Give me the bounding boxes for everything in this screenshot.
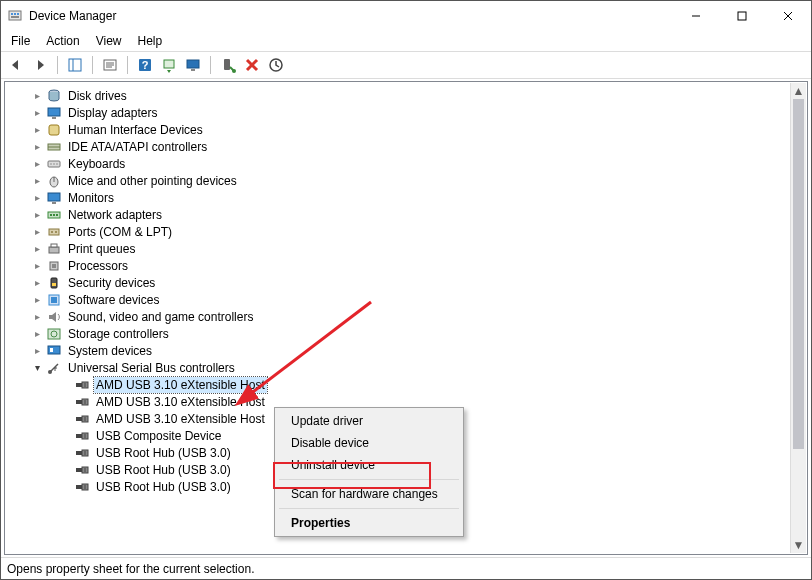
svg-rect-84 [82, 484, 88, 490]
tree-category-sound-video-and-game-controllers[interactable]: ▸Sound, video and game controllers [6, 308, 790, 325]
svg-rect-27 [52, 117, 56, 119]
expander-closed-icon[interactable]: ▸ [30, 191, 44, 205]
menu-action[interactable]: Action [38, 32, 87, 50]
expander-closed-icon[interactable]: ▸ [30, 106, 44, 120]
toolbar-separator [127, 56, 128, 74]
tree-category-print-queues[interactable]: ▸Print queues [6, 240, 790, 257]
tree-category-label: Network adapters [66, 207, 164, 223]
scroll-up-button[interactable]: ▲ [791, 83, 806, 99]
tree-category-label: Keyboards [66, 156, 127, 172]
tree-category-system-devices[interactable]: ▸System devices [6, 342, 790, 359]
tree-category-software-devices[interactable]: ▸Software devices [6, 291, 790, 308]
context-menu-update-driver[interactable]: Update driver [277, 410, 461, 432]
update-driver-button[interactable] [158, 54, 180, 76]
svg-rect-20 [224, 59, 230, 70]
context-menu-scan-for-hardware-changes[interactable]: Scan for hardware changes [277, 483, 461, 505]
tree-item-label: AMD USB 3.10 eXtensible Host [94, 411, 267, 427]
tree-category-human-interface-devices[interactable]: ▸Human Interface Devices [6, 121, 790, 138]
svg-rect-41 [53, 214, 55, 216]
tree-category-monitors[interactable]: ▸Monitors [6, 189, 790, 206]
close-button[interactable] [765, 1, 811, 31]
svg-text:?: ? [142, 59, 149, 71]
scroll-down-button[interactable]: ▼ [791, 537, 806, 553]
tree-category-mice-and-other-pointing-devices[interactable]: ▸Mice and other pointing devices [6, 172, 790, 189]
vertical-scrollbar[interactable]: ▲ ▼ [790, 83, 806, 553]
menu-help[interactable]: Help [130, 32, 171, 50]
expander-closed-icon[interactable]: ▸ [30, 344, 44, 358]
expander-closed-icon[interactable]: ▸ [30, 123, 44, 137]
menu-file[interactable]: File [3, 32, 38, 50]
context-menu-uninstall-device[interactable]: Uninstall device [277, 454, 461, 476]
scan-changes-button[interactable] [265, 54, 287, 76]
expander-closed-icon[interactable]: ▸ [30, 276, 44, 290]
context-menu: Update driverDisable deviceUninstall dev… [274, 407, 464, 537]
enable-device-button[interactable] [217, 54, 239, 76]
svg-rect-37 [48, 193, 60, 201]
expander-closed-icon[interactable]: ▸ [30, 310, 44, 324]
toolbar-separator [92, 56, 93, 74]
tree-category-label: Universal Serial Bus controllers [66, 360, 237, 376]
context-menu-disable-device[interactable]: Disable device [277, 432, 461, 454]
tree-category-keyboards[interactable]: ▸Keyboards [6, 155, 790, 172]
app-icon [7, 8, 23, 24]
tree-category-ports-com-lpt-[interactable]: ▸Ports (COM & LPT) [6, 223, 790, 240]
svg-point-32 [50, 163, 51, 164]
expander-closed-icon[interactable]: ▸ [30, 157, 44, 171]
expander-open-icon[interactable]: ▾ [30, 361, 44, 375]
expander-closed-icon[interactable]: ▸ [30, 259, 44, 273]
maximize-button[interactable] [719, 1, 765, 31]
expander-closed-icon[interactable]: ▸ [30, 242, 44, 256]
context-menu-separator [279, 479, 459, 480]
expander-closed-icon[interactable]: ▸ [30, 174, 44, 188]
svg-rect-63 [76, 400, 82, 404]
svg-rect-9 [69, 59, 81, 71]
svg-rect-0 [9, 11, 21, 20]
menu-view[interactable]: View [88, 32, 130, 50]
device-manager-window: Device Manager File Action View Help ? ▸… [0, 0, 812, 580]
context-menu-properties[interactable]: Properties [277, 512, 461, 534]
tree-category-ide-ata-atapi-controllers[interactable]: ▸IDE ATA/ATAPI controllers [6, 138, 790, 155]
svg-point-45 [55, 231, 57, 233]
expander-closed-icon[interactable]: ▸ [30, 140, 44, 154]
expander-closed-icon[interactable]: ▸ [30, 293, 44, 307]
tree-item-label: USB Root Hub (USB 3.0) [94, 479, 233, 495]
svg-rect-80 [82, 467, 88, 473]
forward-button[interactable] [29, 54, 51, 76]
svg-rect-1 [11, 13, 13, 15]
properties-button[interactable] [99, 54, 121, 76]
expander-closed-icon[interactable]: ▸ [30, 89, 44, 103]
tree-category-label: Display adapters [66, 105, 159, 121]
scroll-track[interactable] [791, 99, 806, 537]
context-menu-separator [279, 508, 459, 509]
expander-closed-icon[interactable]: ▸ [30, 225, 44, 239]
tree-category-network-adapters[interactable]: ▸Network adapters [6, 206, 790, 223]
tree-category-processors[interactable]: ▸Processors [6, 257, 790, 274]
tree-category-label: Human Interface Devices [66, 122, 205, 138]
svg-rect-40 [50, 214, 52, 216]
tree-category-universal-serial-bus-controllers[interactable]: ▾Universal Serial Bus controllers [6, 359, 790, 376]
tree-category-storage-controllers[interactable]: ▸Storage controllers [6, 325, 790, 342]
status-text: Opens property sheet for the current sel… [7, 562, 254, 576]
uninstall-device-button[interactable] [241, 54, 263, 76]
svg-rect-4 [11, 16, 19, 18]
tree-category-security-devices[interactable]: ▸Security devices [6, 274, 790, 291]
scroll-thumb[interactable] [793, 99, 804, 449]
svg-rect-42 [56, 214, 58, 216]
help-button[interactable]: ? [134, 54, 156, 76]
tree-category-label: Software devices [66, 292, 161, 308]
svg-rect-67 [76, 417, 82, 421]
monitor-button[interactable] [182, 54, 204, 76]
tree-item[interactable]: AMD USB 3.10 eXtensible Host [6, 376, 790, 393]
svg-rect-83 [76, 485, 82, 489]
expander-closed-icon[interactable]: ▸ [30, 208, 44, 222]
back-button[interactable] [5, 54, 27, 76]
svg-rect-53 [51, 297, 57, 303]
tree-category-display-adapters[interactable]: ▸Display adapters [6, 104, 790, 121]
toolbar-separator [210, 56, 211, 74]
minimize-button[interactable] [673, 1, 719, 31]
tree-item-label: USB Root Hub (USB 3.0) [94, 462, 233, 478]
tree-category-disk-drives[interactable]: ▸Disk drives [6, 87, 790, 104]
show-hide-tree-button[interactable] [64, 54, 86, 76]
tree-category-label: IDE ATA/ATAPI controllers [66, 139, 209, 155]
expander-closed-icon[interactable]: ▸ [30, 327, 44, 341]
